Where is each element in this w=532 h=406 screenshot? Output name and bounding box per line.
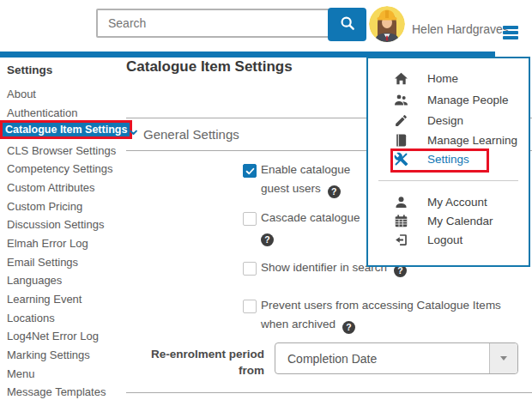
reenrolment-selected-value: Completion Date — [287, 343, 377, 373]
sidebar-item-authentication[interactable]: Authentication — [7, 106, 77, 119]
sidebar-item-marking-settings[interactable]: Marking Settings — [7, 348, 90, 361]
checkbox-label: Enable catalogue — [261, 163, 350, 177]
sidebar-item-locations[interactable]: Locations — [7, 312, 55, 324]
sidebar-item-languages[interactable]: Languages — [7, 274, 62, 287]
sidebar-item-discussion-settings[interactable]: Discussion Settings — [7, 218, 104, 231]
sidebar-item-message-templates[interactable]: Message Templates — [7, 385, 106, 398]
sidebar-item-menu[interactable]: Menu — [7, 367, 35, 380]
search-button[interactable] — [328, 8, 366, 41]
book-icon — [394, 133, 408, 148]
settings-highlight-box — [390, 148, 489, 173]
cascade-catalogue-row: Cascade catalogue — [243, 211, 360, 251]
avatar[interactable] — [369, 6, 405, 42]
menu-item-manage-learning[interactable]: Manage Learning — [368, 130, 529, 149]
menu-hamburger-icon[interactable] — [503, 26, 518, 41]
logout-icon — [394, 233, 408, 247]
menu-item-home[interactable]: Home — [368, 69, 529, 88]
reenrolment-select[interactable]: Completion Date — [275, 342, 518, 374]
sidebar-item-cls-browser-settings[interactable]: CLS Browser Settings — [7, 144, 116, 157]
reenrolment-label: Re-enrolment period from — [126, 346, 264, 379]
app-window: Helen Hardgraves Settings About Authenti… — [0, 0, 532, 406]
enable-catalogue-checkbox[interactable] — [243, 164, 257, 178]
calendar-icon — [394, 214, 408, 228]
page-title: Catalogue Item Settings — [126, 58, 293, 76]
help-icon[interactable] — [342, 321, 355, 334]
sidebar-item-elmah-error-log[interactable]: Elmah Error Log — [7, 237, 88, 250]
help-icon[interactable] — [328, 185, 341, 198]
menu-item-design[interactable]: Design — [368, 111, 529, 130]
caret-down-icon — [500, 356, 507, 361]
search-input[interactable] — [96, 9, 335, 38]
sidebar-item-learning-event[interactable]: Learning Event — [7, 293, 82, 306]
enable-catalogue-row: Enable catalogue guest users — [243, 163, 350, 203]
general-settings-toggle[interactable]: General Settings — [127, 126, 239, 142]
sidebar-item-log4net-error-log[interactable]: Log4Net Error Log — [7, 330, 99, 342]
sidebar-item-custom-attributes[interactable]: Custom Attributes — [7, 181, 95, 194]
menu-item-my-calendar[interactable]: My Calendar — [368, 211, 529, 230]
home-icon — [394, 71, 408, 86]
sidebar-item-about[interactable]: About — [7, 88, 36, 100]
chevron-down-icon — [127, 126, 140, 142]
person-icon — [394, 195, 408, 209]
search-icon — [338, 14, 357, 35]
sidebar-item-custom-pricing[interactable]: Custom Pricing — [7, 200, 82, 213]
menu-item-my-account[interactable]: My Account — [368, 192, 529, 211]
prevent-archived-row: Prevent users from accessing Catalogue I… — [243, 299, 501, 339]
checkbox-label: Cascade catalogue — [261, 211, 360, 225]
user-name[interactable]: Helen Hardgraves — [412, 22, 509, 36]
select-arrow-button[interactable] — [489, 343, 517, 373]
sidebar-title: Settings — [7, 64, 52, 76]
menu-item-manage-people[interactable]: Manage People — [368, 90, 529, 109]
cascade-catalogue-checkbox[interactable] — [243, 212, 257, 226]
menu-item-logout[interactable]: Logout — [368, 230, 529, 249]
pencil-icon — [394, 113, 408, 128]
menu-separator — [378, 180, 518, 181]
checkbox-label: Prevent users from accessing Catalogue I… — [261, 299, 501, 312]
prevent-archived-checkbox[interactable] — [243, 300, 257, 313]
show-identifier-checkbox[interactable] — [243, 262, 257, 276]
section-title: General Settings — [143, 127, 239, 142]
divider — [126, 392, 532, 393]
sidebar-item-competency-settings[interactable]: Competency Settings — [7, 162, 113, 175]
sidebar-item-email-settings[interactable]: Email Settings — [7, 256, 78, 269]
nav-dropdown-menu: Home Manage People Design — [366, 57, 530, 267]
people-icon — [394, 93, 408, 107]
sidebar-item-catalogue-item-settings[interactable]: Catalogue Item Settings — [0, 120, 132, 139]
help-icon[interactable] — [261, 233, 274, 246]
